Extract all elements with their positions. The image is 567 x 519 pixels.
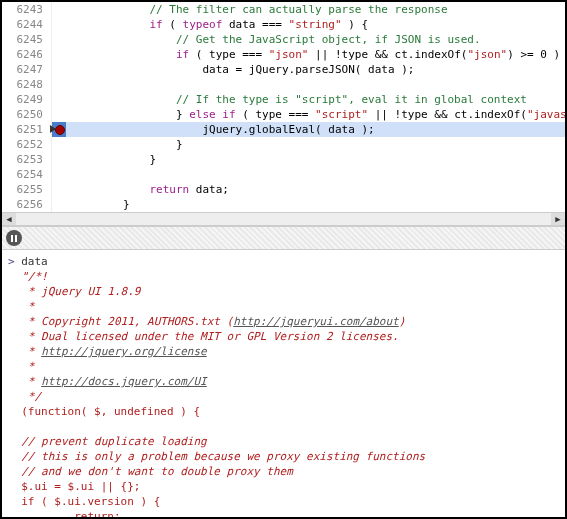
breakpoint-marker[interactable] (52, 122, 66, 137)
console-link[interactable]: http://jqueryui.com/about (233, 315, 399, 328)
code-content: } else if ( type === "script" || !type &… (66, 107, 565, 122)
code-content: // If the type is "script", eval it in g… (66, 92, 565, 107)
line-number: 6243 (2, 2, 52, 17)
line-number: 6246 (2, 47, 52, 62)
console-output-line: $.ui = $.ui || {}; (8, 479, 559, 494)
gutter-marker[interactable] (52, 92, 66, 107)
console-output-line: return; (8, 509, 559, 517)
console-output-line: * http://docs.jquery.com/UI (8, 374, 559, 389)
console-output-line: */ (8, 389, 559, 404)
code-line[interactable]: 6246 if ( type === "json" || !type && ct… (2, 47, 565, 62)
pause-button[interactable] (6, 230, 22, 246)
code-line[interactable]: 6245 // Get the JavaScript object, if JS… (2, 32, 565, 47)
code-content: // The filter can actually parse the res… (66, 2, 565, 17)
line-number: 6253 (2, 152, 52, 167)
code-content: if ( typeof data === "string" ) { (66, 17, 565, 32)
gutter-marker[interactable] (52, 182, 66, 197)
line-number: 6249 (2, 92, 52, 107)
console-output-line: (function( $, undefined ) { (8, 404, 559, 419)
line-number: 6254 (2, 167, 52, 182)
gutter-marker[interactable] (52, 62, 66, 77)
code-line[interactable]: 6255 return data; (2, 182, 565, 197)
line-number: 6256 (2, 197, 52, 212)
console-output-line: if ( $.ui.version ) { (8, 494, 559, 509)
gutter-marker[interactable] (52, 152, 66, 167)
console-output-line: * Copyright 2011, AUTHORS.txt (http://jq… (8, 314, 559, 329)
code-editor[interactable]: 6243 // The filter can actually parse th… (2, 2, 565, 212)
gutter-marker[interactable] (52, 107, 66, 122)
console-link[interactable]: http://jquery.org/license (41, 345, 207, 358)
console-panel[interactable]: > data "/*! * jQuery UI 1.8.9 * * Copyri… (2, 250, 565, 517)
line-number: 6255 (2, 182, 52, 197)
console-output-line: * http://jquery.org/license (8, 344, 559, 359)
gutter-marker[interactable] (52, 137, 66, 152)
code-content: } (66, 197, 565, 212)
code-line[interactable]: 6249 // If the type is "script", eval it… (2, 92, 565, 107)
code-line[interactable]: 6243 // The filter can actually parse th… (2, 2, 565, 17)
code-line[interactable]: 6248 (2, 77, 565, 92)
gutter-marker[interactable] (52, 17, 66, 32)
console-output-line: "/*! (8, 269, 559, 284)
console-input-text: data (21, 255, 48, 268)
code-content: } (66, 152, 565, 167)
code-line[interactable]: 6254 (2, 167, 565, 182)
console-output-line (8, 419, 559, 434)
code-line[interactable]: 6250 } else if ( type === "script" || !t… (2, 107, 565, 122)
horizontal-scrollbar[interactable]: ◀ ▶ (2, 212, 565, 226)
code-content (66, 77, 565, 92)
code-content: // Get the JavaScript object, if JSON is… (66, 32, 565, 47)
code-line[interactable]: 6252 } (2, 137, 565, 152)
console-link[interactable]: http://docs.jquery.com/UI (41, 375, 207, 388)
line-number: 6247 (2, 62, 52, 77)
console-output-line: * (8, 299, 559, 314)
console-output-line: // and we don't want to double proxy the… (8, 464, 559, 479)
gutter-marker[interactable] (52, 77, 66, 92)
console-output-line: * (8, 359, 559, 374)
gutter-marker[interactable] (52, 167, 66, 182)
code-content (66, 167, 565, 182)
line-number: 6244 (2, 17, 52, 32)
scroll-right-arrow[interactable]: ▶ (551, 213, 565, 225)
console-output-line: // prevent duplicate loading (8, 434, 559, 449)
console-output-line: * jQuery UI 1.8.9 (8, 284, 559, 299)
console-output-line: * Dual licensed under the MIT or GPL Ver… (8, 329, 559, 344)
code-content: jQuery.globalEval( data ); (66, 122, 565, 137)
line-number: 6251 (2, 122, 52, 137)
gutter-marker[interactable] (52, 2, 66, 17)
console-prompt: > (8, 255, 15, 268)
panel-divider[interactable] (2, 226, 565, 250)
gutter-marker[interactable] (52, 47, 66, 62)
code-content: return data; (66, 182, 565, 197)
line-number: 6248 (2, 77, 52, 92)
line-number: 6252 (2, 137, 52, 152)
scroll-left-arrow[interactable]: ◀ (2, 213, 16, 225)
gutter-marker[interactable] (52, 197, 66, 212)
code-line[interactable]: 6253 } (2, 152, 565, 167)
code-content: if ( type === "json" || !type && ct.inde… (66, 47, 565, 62)
code-line[interactable]: 6251 jQuery.globalEval( data ); (2, 122, 565, 137)
console-input-line[interactable]: > data (8, 254, 559, 269)
gutter-marker[interactable] (52, 32, 66, 47)
console-output-line: // this is only a problem because we pro… (8, 449, 559, 464)
code-content: data = jQuery.parseJSON( data ); (66, 62, 565, 77)
line-number: 6245 (2, 32, 52, 47)
code-line[interactable]: 6247 data = jQuery.parseJSON( data ); (2, 62, 565, 77)
code-line[interactable]: 6256 } (2, 197, 565, 212)
code-line[interactable]: 6244 if ( typeof data === "string" ) { (2, 17, 565, 32)
code-content: } (66, 137, 565, 152)
line-number: 6250 (2, 107, 52, 122)
